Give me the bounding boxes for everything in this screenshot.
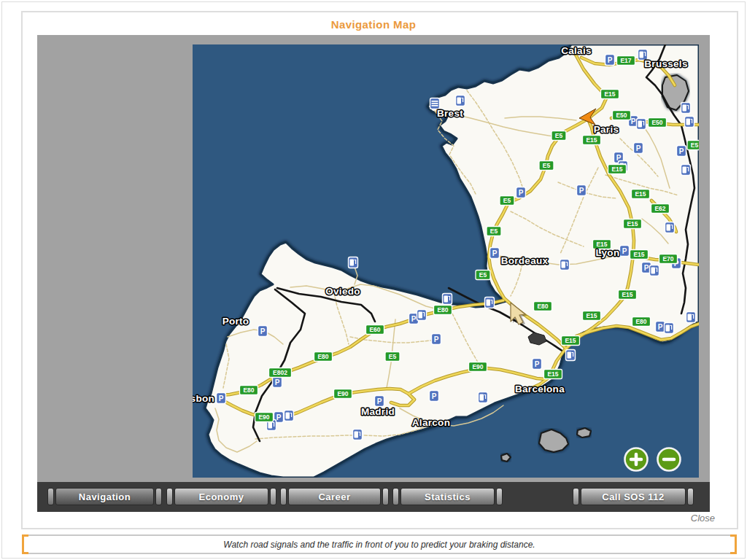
svg-text:P: P [644, 264, 649, 272]
svg-text:E15: E15 [635, 190, 646, 198]
svg-text:E80: E80 [635, 318, 646, 325]
svg-text:P: P [679, 147, 684, 155]
svg-text:E60: E60 [369, 326, 380, 333]
svg-text:P: P [260, 327, 266, 335]
svg-text:E15: E15 [627, 220, 638, 228]
svg-text:E5: E5 [691, 141, 699, 149]
button-label: Call SOS 112 [581, 488, 686, 505]
page-title: Navigation Map [0, 18, 747, 31]
svg-text:E802: E802 [273, 369, 287, 376]
parking-icon: P [533, 359, 542, 370]
fuel-icon [353, 429, 363, 440]
button-label: Navigation [55, 488, 154, 505]
zoom-in-button[interactable] [625, 448, 648, 471]
svg-text:E5: E5 [503, 197, 511, 204]
svg-text:E80: E80 [537, 303, 548, 310]
svg-text:P: P [658, 323, 663, 331]
zoom-out-button[interactable] [658, 448, 681, 471]
bottom-toolbar: NavigationEconomyCareerStatisticsCall SO… [37, 482, 710, 512]
road-badge-e15: E15 [619, 290, 637, 300]
svg-text:P: P [519, 189, 524, 197]
svg-text:E15: E15 [565, 337, 576, 344]
road-badge-e15: E15 [583, 136, 601, 145]
map-panel: PPPPPPPPPPPPPPPPPPPPPE17E15E50E50E5E15E5… [37, 35, 710, 482]
parking-icon: P [273, 377, 282, 388]
road-badge-e15: E15 [608, 165, 627, 174]
svg-text:E15: E15 [633, 251, 644, 258]
road-badge-e15: E15 [632, 190, 650, 199]
fuel-icon [686, 312, 696, 323]
road-badge-e5: E5 [551, 131, 566, 141]
parking-icon: P [634, 143, 643, 154]
tip-box: Watch road signals and the traffic in fr… [22, 534, 737, 554]
toolbar-button-economy[interactable]: Economy [166, 488, 276, 505]
svg-text:E15: E15 [586, 136, 597, 144]
fuel-icon [665, 323, 674, 334]
navigation-map[interactable]: PPPPPPPPPPPPPPPPPPPPPE17E15E50E50E5E15E5… [193, 44, 699, 478]
button-end-cap [280, 488, 287, 505]
svg-text:E5: E5 [479, 271, 487, 279]
fuel-icon [681, 103, 691, 114]
button-label: Economy [174, 488, 268, 505]
road-badge-e60: E60 [366, 325, 384, 335]
road-badge-e90: E90 [334, 389, 352, 399]
city-label-oviedo: Oviedo [325, 286, 360, 297]
button-end-cap [382, 488, 389, 505]
button-label: Career [288, 488, 381, 505]
toolbar-button-call-sos-112[interactable]: Call SOS 112 [573, 488, 694, 505]
fuel-icon [349, 257, 358, 268]
svg-text:P: P [411, 315, 417, 323]
toolbar-button-statistics[interactable]: Statistics [392, 488, 503, 505]
svg-text:E90: E90 [258, 413, 269, 421]
road-badge-e5: E5 [500, 196, 514, 206]
parking-icon: P [375, 396, 384, 407]
road-badge-e80: E80 [632, 317, 651, 327]
road-badge-e80: E80 [534, 302, 552, 311]
svg-text:E70: E70 [662, 255, 673, 262]
non-playable-region [577, 428, 591, 438]
fuel-icon [479, 392, 488, 403]
svg-text:E15: E15 [611, 166, 622, 173]
road-badge-e5: E5 [487, 227, 501, 236]
button-label: Statistics [400, 488, 495, 505]
svg-text:E15: E15 [622, 291, 632, 298]
close-button[interactable]: Close [691, 513, 715, 524]
svg-text:E5: E5 [389, 353, 397, 360]
road-badge-e15: E15 [601, 90, 619, 99]
svg-text:P: P [377, 397, 382, 405]
svg-text:E62: E62 [654, 205, 665, 212]
road-badge-e17: E17 [617, 56, 635, 66]
svg-text:E15: E15 [547, 370, 558, 378]
fuel-icon [443, 294, 452, 305]
toolbar-button-navigation[interactable]: Navigation [47, 488, 162, 505]
road-badge-e90: E90 [469, 362, 487, 372]
svg-text:P: P [579, 187, 584, 195]
button-end-cap [155, 488, 162, 505]
svg-text:E5: E5 [555, 132, 563, 139]
city-label-bordeaux: Bordeaux [501, 255, 549, 266]
tip-bracket-left-icon [22, 534, 28, 554]
toolbar-button-career[interactable]: Career [280, 488, 389, 505]
fuel-icon [637, 119, 646, 130]
road-badge-e70: E70 [659, 254, 678, 264]
road-badge-e15: E15 [544, 370, 562, 379]
svg-text:P: P [432, 392, 437, 400]
fuel-icon [566, 350, 576, 361]
fuel-icon [285, 411, 294, 421]
road-badge-e15: E15 [583, 311, 601, 321]
parking-icon: P [258, 326, 268, 337]
city-label-brest: Brest [437, 108, 463, 119]
road-badge-e80: E80 [240, 386, 258, 395]
parking-icon: P [516, 187, 526, 198]
fuel-icon [665, 222, 675, 233]
fuel-icon [560, 260, 570, 271]
fuel-icon [685, 117, 694, 128]
svg-text:E80: E80 [437, 306, 448, 314]
svg-text:P: P [275, 378, 280, 386]
svg-text:P: P [622, 247, 627, 255]
fuel-icon [456, 96, 465, 106]
road-badge-e90: E90 [255, 413, 274, 422]
svg-text:P: P [535, 360, 540, 368]
svg-text:P: P [219, 394, 224, 402]
svg-text:P: P [276, 413, 282, 421]
